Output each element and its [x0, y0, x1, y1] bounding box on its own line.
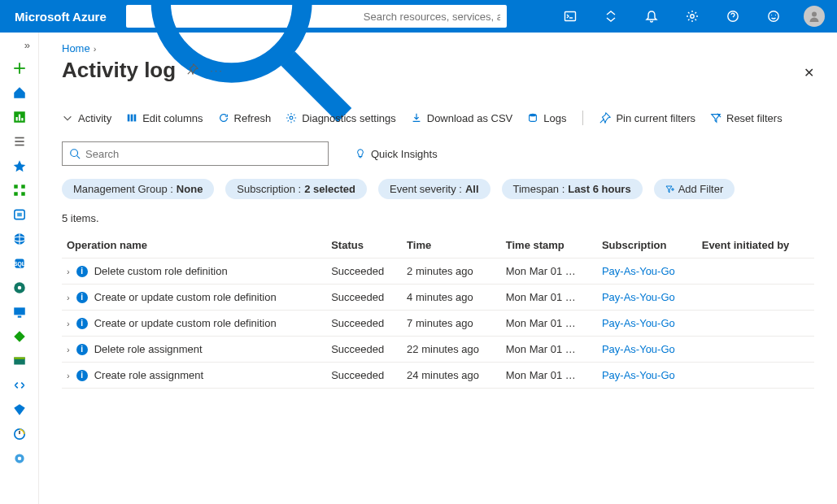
cell-subscription[interactable]: Pay-As-You-Go [602, 291, 675, 303]
more-icon[interactable]: ··· [210, 64, 224, 76]
global-search-input[interactable] [364, 11, 500, 23]
quick-insights-button[interactable]: Quick Insights [355, 148, 438, 160]
feedback-icon[interactable] [761, 0, 787, 33]
col-operation[interactable]: Operation name [62, 232, 326, 259]
download-icon [411, 112, 422, 124]
all-resources-icon[interactable] [12, 183, 27, 198]
pill-management-group[interactable]: Management Group : None [62, 179, 214, 199]
pill-mg-value: None [177, 183, 203, 195]
expand-row-icon[interactable]: › [67, 319, 70, 328]
cell-timestamp: Mon Mar 01 … [501, 259, 597, 285]
expand-row-icon[interactable]: › [67, 371, 70, 380]
notifications-icon[interactable] [639, 0, 665, 33]
log-search[interactable] [62, 141, 329, 166]
col-subscription[interactable]: Subscription [597, 232, 697, 259]
chevron-down-icon [62, 112, 73, 124]
expand-sidebar-icon[interactable]: » [24, 39, 38, 51]
pill-timespan[interactable]: Timespan : Last 6 hours [502, 179, 643, 199]
cmd-reset-filters-label: Reset filters [726, 112, 783, 124]
cmd-activity[interactable]: Activity [62, 112, 111, 124]
svg-rect-2 [565, 12, 576, 21]
cell-subscription[interactable]: Pay-As-You-Go [602, 343, 675, 355]
directories-icon[interactable] [598, 0, 624, 33]
col-initiated-by[interactable]: Event initiated by [697, 232, 814, 259]
cmd-refresh[interactable]: Refresh [218, 112, 272, 124]
cell-operation: Delete custom role definition [94, 265, 228, 277]
advisor-icon[interactable] [12, 451, 27, 466]
vm-icon[interactable] [12, 305, 27, 319]
vnet-icon[interactable] [12, 378, 27, 393]
pill-add-filter[interactable]: Add Filter [654, 179, 735, 199]
help-icon[interactable] [720, 0, 746, 33]
svg-point-42 [290, 116, 293, 119]
cmd-reset-filters[interactable]: Reset filters [710, 112, 783, 124]
pill-add-filter-label: Add Filter [678, 183, 724, 195]
settings-icon[interactable] [679, 0, 705, 33]
table-row[interactable]: › i Create role assignment Succeeded 24 … [62, 363, 814, 389]
cell-initiated-by [697, 337, 814, 363]
cell-time: 24 minutes ago [402, 363, 501, 389]
close-button[interactable]: ✕ [804, 65, 814, 80]
appservices-icon[interactable] [12, 232, 27, 246]
cmd-refresh-label: Refresh [234, 112, 272, 124]
cell-status: Succeeded [326, 363, 402, 389]
svg-point-3 [691, 15, 694, 18]
pill-severity[interactable]: Event severity : All [378, 179, 490, 199]
col-status[interactable]: Status [326, 232, 402, 259]
cmd-pin-filters[interactable]: Pin current filters [599, 112, 695, 124]
info-icon: i [76, 370, 88, 381]
search-icon [69, 148, 81, 159]
info-icon: i [76, 266, 88, 277]
expand-row-icon[interactable]: › [67, 267, 70, 276]
cmd-download[interactable]: Download as CSV [411, 112, 513, 124]
cmd-edit-columns-label: Edit columns [142, 112, 203, 124]
expand-row-icon[interactable]: › [67, 293, 70, 302]
pill-subscription[interactable]: Subscription : 2 selected [225, 179, 367, 199]
monitor-icon[interactable] [12, 427, 27, 441]
pill-sub-label: Subscription : [237, 183, 301, 195]
svg-point-30 [17, 286, 21, 290]
resource-groups-icon[interactable] [12, 207, 27, 222]
cell-subscription[interactable]: Pay-As-You-Go [602, 317, 675, 329]
create-resource-icon[interactable] [12, 61, 27, 76]
sidebar: » SQL [0, 33, 39, 504]
add-filter-icon [665, 185, 675, 194]
cosmos-icon[interactable] [12, 280, 27, 295]
loadbalancer-icon[interactable] [12, 329, 27, 344]
log-search-input[interactable] [85, 148, 321, 160]
account-avatar[interactable] [801, 0, 827, 33]
dashboard-icon[interactable] [12, 110, 27, 124]
favorites-icon[interactable] [12, 159, 27, 173]
sql-icon[interactable]: SQL [12, 256, 27, 271]
items-count: 5 items. [62, 212, 814, 224]
cell-initiated-by [697, 363, 814, 389]
svg-point-5 [769, 11, 778, 21]
cell-initiated-by [697, 285, 814, 311]
table-row[interactable]: › i Delete role assignment Succeeded 22 … [62, 337, 814, 363]
storage-icon[interactable] [12, 354, 27, 368]
info-icon: i [76, 344, 88, 355]
col-time[interactable]: Time [402, 232, 501, 259]
global-search[interactable] [126, 5, 507, 28]
cell-subscription[interactable]: Pay-As-You-Go [602, 369, 675, 381]
brand-label[interactable]: Microsoft Azure [10, 10, 111, 24]
activity-table: Operation name Status Time Time stamp Su… [62, 232, 814, 389]
aad-icon[interactable] [12, 402, 27, 417]
cell-timestamp: Mon Mar 01 … [501, 285, 597, 311]
cmd-diagnostics[interactable]: Diagnostics settings [286, 112, 396, 124]
home-icon[interactable] [12, 85, 27, 100]
svg-rect-34 [14, 358, 25, 359]
expand-row-icon[interactable]: › [67, 345, 70, 354]
cmd-edit-columns[interactable]: Edit columns [126, 112, 203, 124]
table-row[interactable]: › i Create or update custom role definit… [62, 285, 814, 311]
cmd-logs[interactable]: Logs [527, 112, 566, 124]
table-row[interactable]: › i Create or update custom role definit… [62, 311, 814, 337]
cloudshell-icon[interactable] [557, 0, 583, 33]
svg-point-43 [530, 114, 537, 117]
all-services-icon[interactable] [12, 134, 27, 149]
col-timestamp[interactable]: Time stamp [501, 232, 597, 259]
cell-subscription[interactable]: Pay-As-You-Go [602, 265, 675, 277]
pin-icon[interactable] [187, 63, 198, 77]
breadcrumb-home[interactable]: Home [62, 42, 90, 54]
table-row[interactable]: › i Delete custom role definition Succee… [62, 259, 814, 285]
